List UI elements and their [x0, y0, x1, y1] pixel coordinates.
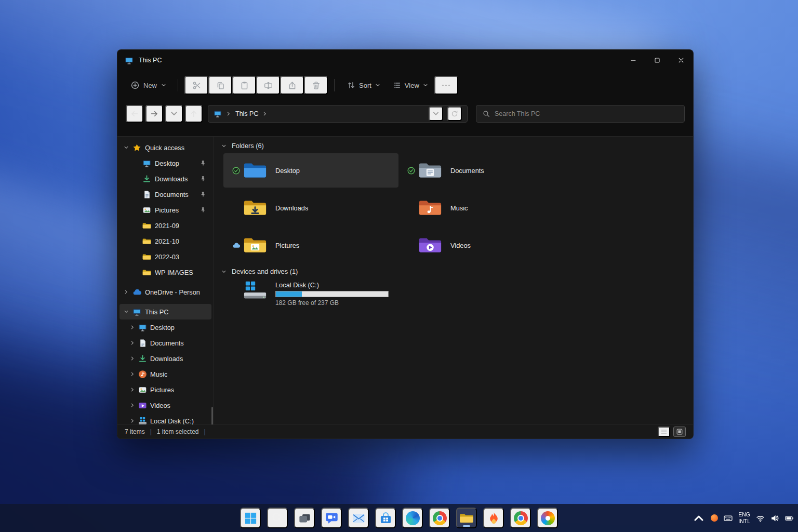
chevron-down-icon [221, 269, 227, 274]
refresh-icon [451, 110, 458, 117]
drive-capacity-text: 182 GB free of 237 GB [275, 299, 389, 307]
forward-button[interactable] [145, 105, 163, 123]
thumbnail-view-button[interactable] [673, 427, 686, 437]
details-view-button[interactable] [658, 427, 670, 437]
group-header-label: Devices and drives (1) [232, 268, 298, 275]
cut-button[interactable] [184, 76, 208, 95]
sidebar-item-documents[interactable]: Documents [119, 187, 211, 202]
share-icon [288, 81, 297, 90]
task-view-button[interactable] [294, 508, 315, 528]
address-dropdown-button[interactable] [429, 107, 443, 121]
video-icon [138, 401, 147, 410]
envelope-icon [352, 511, 366, 525]
language-indicator[interactable]: ENG INTL [738, 511, 750, 524]
drive-name: Local Disk (C:) [275, 281, 389, 289]
sidebar-item-downloads[interactable]: Downloads [119, 171, 211, 187]
sidebar-item-pc-videos[interactable]: Videos [119, 397, 211, 413]
close-button[interactable] [669, 50, 693, 71]
folder-tile-downloads[interactable]: Downloads [223, 191, 398, 225]
rename-button[interactable] [256, 76, 280, 95]
touch-keyboard-icon[interactable] [724, 514, 733, 523]
desktop-icon [142, 159, 151, 168]
group-header-devices[interactable]: Devices and drives (1) [221, 268, 298, 275]
folder-tile-documents[interactable]: Documents [398, 153, 574, 188]
sidebar-scrollbar[interactable] [211, 407, 213, 424]
delete-button[interactable] [304, 76, 328, 95]
edge-icon [406, 511, 420, 525]
sidebar-item-pc-downloads[interactable]: Downloads [119, 351, 211, 366]
see-more-button[interactable] [434, 76, 458, 95]
drive-usage-bar [275, 291, 389, 297]
scissors-icon [192, 81, 201, 90]
sidebar-item-pc-music[interactable]: Music [119, 366, 211, 382]
browser-app-button[interactable] [429, 508, 450, 528]
chrome-icon [514, 511, 528, 525]
folder-tile-desktop[interactable]: Desktop [223, 153, 398, 188]
sidebar-item-label: Documents [150, 339, 184, 347]
sidebar-group-onedrive[interactable]: OneDrive - Person [119, 284, 211, 300]
sidebar-item-wp-images[interactable]: WP IMAGES [119, 264, 211, 280]
taskbar-search-button[interactable] [267, 508, 288, 528]
sidebar-item-pc-desktop[interactable]: Desktop [119, 320, 211, 335]
start-button[interactable] [240, 508, 261, 528]
sidebar-group-quick-access[interactable]: Quick access [119, 140, 211, 155]
flame-app-button[interactable] [483, 508, 504, 528]
desktop-icon [138, 323, 147, 332]
folder-tile-pictures[interactable]: Pictures [223, 228, 398, 262]
chevron-down-icon [221, 143, 227, 149]
mail-app-button[interactable] [348, 508, 369, 528]
breadcrumb-this-pc[interactable]: This PC [235, 110, 258, 117]
paste-button[interactable] [232, 76, 256, 95]
address-bar[interactable]: This PC [208, 105, 468, 123]
wifi-icon[interactable] [756, 514, 765, 523]
share-button[interactable] [280, 76, 304, 95]
sidebar-item-pc-pictures[interactable]: Pictures [119, 382, 211, 397]
trash-icon [312, 81, 321, 90]
sidebar-item-pc-documents[interactable]: Documents [119, 335, 211, 351]
recent-locations-button[interactable] [165, 105, 183, 123]
folder-tile-music[interactable]: Music [398, 191, 574, 225]
sidebar-item-pictures[interactable]: Pictures [119, 202, 211, 218]
sidebar-item-2021-09[interactable]: 2021-09 [119, 218, 211, 233]
folder-tile-label: Videos [450, 242, 471, 249]
folder-tile-videos[interactable]: Videos [398, 228, 574, 262]
view-button-label: View [405, 82, 419, 89]
new-button-label: New [143, 82, 157, 89]
sidebar-item-2021-10[interactable]: 2021-10 [119, 233, 211, 249]
pinwheel-app-button[interactable] [537, 508, 558, 528]
teams-chat-button[interactable] [321, 508, 342, 528]
picture-icon [142, 206, 151, 215]
sidebar-group-this-pc[interactable]: This PC [119, 304, 211, 320]
group-header-folders[interactable]: Folders (6) [221, 142, 264, 150]
new-button[interactable]: New [126, 76, 171, 95]
tray-app-icon[interactable] [711, 514, 718, 522]
chevron-right-icon [130, 325, 135, 330]
chrome-browser-button[interactable] [510, 508, 531, 528]
search-input[interactable] [495, 110, 678, 117]
drive-tile-local-disk-c[interactable]: Local Disk (C:) 182 GB free of 237 GB [223, 280, 410, 307]
microsoft-store-button[interactable] [375, 508, 396, 528]
back-button[interactable] [126, 105, 143, 123]
up-button[interactable] [185, 105, 203, 123]
navigation-pane: Quick access Desktop Downloads Documents [117, 137, 214, 424]
copy-button[interactable] [208, 76, 232, 95]
minimize-button[interactable] [621, 50, 645, 71]
view-button[interactable]: View [387, 76, 434, 95]
refresh-button[interactable] [447, 107, 462, 121]
sidebar-item-desktop[interactable]: Desktop [119, 155, 211, 171]
sidebar-group-label: OneDrive - Person [145, 288, 200, 296]
search-box[interactable] [476, 105, 685, 123]
sort-button[interactable]: Sort [341, 76, 387, 95]
status-view-toggles [658, 427, 686, 437]
battery-icon[interactable] [785, 514, 794, 523]
file-explorer-button[interactable] [456, 508, 477, 528]
tray-overflow-button[interactable] [693, 508, 705, 528]
maximize-button[interactable] [645, 50, 669, 71]
folder-icon [142, 237, 151, 246]
edge-browser-button[interactable] [402, 508, 423, 528]
sidebar-item-2022-03[interactable]: 2022-03 [119, 249, 211, 264]
breadcrumb-chevron-icon [262, 111, 268, 116]
sidebar-item-pc-local-disk[interactable]: Local Disk (C:) [119, 413, 211, 424]
volume-icon[interactable] [770, 514, 779, 523]
windows-logo-icon [244, 512, 257, 525]
